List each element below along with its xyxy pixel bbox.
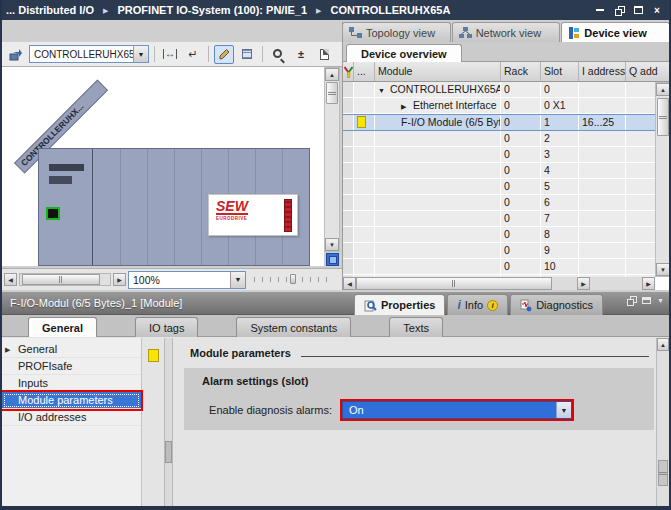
inspector-title: F-I/O-Modul (6/5 Bytes)_1 [Module] xyxy=(10,297,182,309)
minimize-icon xyxy=(596,9,604,11)
dropdown-arrow-icon[interactable]: ▼ xyxy=(556,402,571,418)
nav-general[interactable]: ▶ General xyxy=(2,341,141,358)
device-overview-row[interactable]: 0 9 xyxy=(343,243,655,259)
tab-general[interactable]: General xyxy=(28,317,97,337)
sew-logo-subtitle: EURODRIVE xyxy=(216,216,247,221)
scroll-down-icon[interactable]: ▼ xyxy=(325,238,339,251)
content-scrollbar[interactable]: ▲ xyxy=(656,338,669,506)
device-overview-row[interactable]: F-I/O Module (6/5 Bytes)_ 0 1 16...25 xyxy=(343,114,655,131)
change-device-button[interactable] xyxy=(6,45,26,64)
scroll-down-icon[interactable]: ▼ xyxy=(656,263,670,276)
grid-view-button[interactable] xyxy=(237,45,257,64)
tab-system-constants[interactable]: System constants xyxy=(236,317,351,337)
scrollbar-thumb[interactable] xyxy=(165,441,172,463)
device-overview-row[interactable]: 0 3 xyxy=(343,147,655,163)
scrollbar-thumb[interactable] xyxy=(658,460,668,486)
device-overview-row[interactable]: 0 6 xyxy=(343,195,655,211)
zoom-button[interactable] xyxy=(268,45,288,64)
tab-device-view[interactable]: Device view xyxy=(561,22,670,42)
page-breaks-button[interactable] xyxy=(314,45,334,64)
device-selector-dropdown-icon[interactable]: ▼ xyxy=(133,46,148,62)
zoom-level-combo[interactable]: 100% ▼ xyxy=(128,271,246,289)
device-rack[interactable]: SEW EURODRIVE xyxy=(38,148,310,266)
breadcrumb-controller[interactable]: CONTROLLERUHX65A xyxy=(331,4,451,16)
column-q-address[interactable]: Q add xyxy=(626,62,671,81)
device-selector[interactable]: CONTROLLERUHX65A ▼ xyxy=(29,45,149,63)
tree-expand-icon[interactable]: ▼ xyxy=(378,83,390,97)
nav-scrollbar[interactable] xyxy=(164,338,173,506)
table-vertical-scrollbar[interactable]: ▲ ▼ xyxy=(655,82,671,277)
float-pane-icon[interactable] xyxy=(627,296,636,305)
maximize-button[interactable] xyxy=(632,4,644,16)
nav-inputs[interactable]: Inputs xyxy=(2,375,141,392)
zoom-levels-button[interactable]: ± xyxy=(291,45,311,64)
scrollbar-thumb[interactable] xyxy=(356,277,552,290)
rack-head-module[interactable] xyxy=(39,149,93,265)
tab-io-tags[interactable]: IO tags xyxy=(135,317,198,337)
nav-io-addresses[interactable]: I/O addresses xyxy=(2,409,141,426)
restore-button[interactable] xyxy=(613,4,625,16)
zoom-dropdown-icon[interactable]: ▼ xyxy=(230,272,245,288)
minimize-button[interactable] xyxy=(594,4,606,16)
device-overview-row[interactable]: 0 10 xyxy=(343,259,655,275)
scroll-right-icon[interactable]: ▶ xyxy=(642,277,655,290)
canvas-horizontal-scrollbar[interactable] xyxy=(19,273,111,286)
tab-topology-view[interactable]: Topology view xyxy=(342,22,451,42)
split-view-icon[interactable] xyxy=(326,253,339,266)
column-slot[interactable]: Slot xyxy=(541,62,579,81)
close-button[interactable]: × xyxy=(651,4,663,16)
enable-diagnosis-alarms-select[interactable]: On ▼ xyxy=(342,401,572,419)
column-dots[interactable]: ... xyxy=(354,62,375,81)
tab-device-overview[interactable]: Device overview xyxy=(346,44,462,62)
slot-cell: 9 xyxy=(541,243,579,258)
device-overview-row[interactable]: ▼CONTROLLERUHX65A 0 0 xyxy=(343,82,655,98)
scroll-up-icon[interactable]: ▲ xyxy=(657,338,669,351)
tab-diagnostics[interactable]: Diagnostics xyxy=(510,294,603,315)
tab-info[interactable]: i Info i xyxy=(447,294,508,315)
scroll-left-icon[interactable]: ◀ xyxy=(4,273,17,286)
row-select-cell xyxy=(343,179,354,194)
scrollbar-thumb[interactable] xyxy=(326,82,338,104)
network-view-icon xyxy=(459,27,472,38)
nav-module-parameters[interactable]: Module parameters xyxy=(2,392,141,409)
tree-expand-icon[interactable]: ▶ xyxy=(401,99,413,113)
device-canvas[interactable]: CONTROLLERUHX... SEW EURODRIVE xyxy=(2,67,324,266)
scrollbar-thumb[interactable] xyxy=(22,274,100,285)
device-overview-row[interactable]: 0 5 xyxy=(343,179,655,195)
tree-expand-icon[interactable]: ▶ xyxy=(5,341,15,358)
breadcrumb-distributed-io[interactable]: ... Distributed I/O xyxy=(6,4,94,16)
device-overview-row[interactable]: ▶Ethernet Interface 0 0 X1 xyxy=(343,98,655,114)
device-overview-row[interactable]: 0 2 xyxy=(343,131,655,147)
scroll-left-icon[interactable]: ◀ xyxy=(343,277,356,290)
chevron-down-icon[interactable]: ▼ xyxy=(657,297,664,304)
column-rack[interactable]: Rack xyxy=(501,62,541,81)
device-overview-row[interactable]: 0 4 xyxy=(343,163,655,179)
edit-mode-button[interactable] xyxy=(214,45,234,64)
scroll-right-icon[interactable]: ▶ xyxy=(113,273,126,286)
tab-properties[interactable]: Properties xyxy=(354,294,445,315)
rack-slots[interactable]: SEW EURODRIVE xyxy=(94,149,309,265)
ethernet-port-icon[interactable] xyxy=(46,207,60,220)
device-overview-row[interactable]: 0 8 xyxy=(343,227,655,243)
zoom-slider[interactable] xyxy=(254,274,330,285)
show-addresses-button[interactable]: ↵ xyxy=(183,45,203,64)
canvas-vertical-scrollbar[interactable]: ▲ ▼ xyxy=(324,67,340,252)
tab-network-view[interactable]: Network view xyxy=(452,22,561,42)
column-i-address[interactable]: I address xyxy=(579,62,626,81)
column-module[interactable]: Module xyxy=(375,62,501,81)
row-status-cell xyxy=(354,227,375,242)
field-label: Enable diagnosis alarms: xyxy=(184,404,332,416)
row-status-cell xyxy=(354,211,375,226)
scroll-up-icon[interactable]: ▲ xyxy=(325,68,339,81)
breadcrumb-profinet-system[interactable]: PROFINET IO-System (100): PN/IE_1 xyxy=(118,4,308,16)
collapse-pane-icon[interactable] xyxy=(642,297,651,304)
fit-width-button[interactable]: ↔ xyxy=(160,45,180,64)
nav-profisafe[interactable]: PROFIsafe xyxy=(2,358,141,375)
tab-texts[interactable]: Texts xyxy=(389,317,443,337)
device-overview-row[interactable]: 0 7 xyxy=(343,211,655,227)
scroll-up-icon[interactable]: ▲ xyxy=(656,83,670,96)
scroll-right-icon[interactable]: ▶ xyxy=(577,277,590,290)
zoom-slider-thumb[interactable] xyxy=(290,274,296,284)
scrollbar-thumb[interactable] xyxy=(657,98,669,136)
table-horizontal-scrollbar[interactable]: ◀ ▶ ▶ xyxy=(343,277,655,290)
